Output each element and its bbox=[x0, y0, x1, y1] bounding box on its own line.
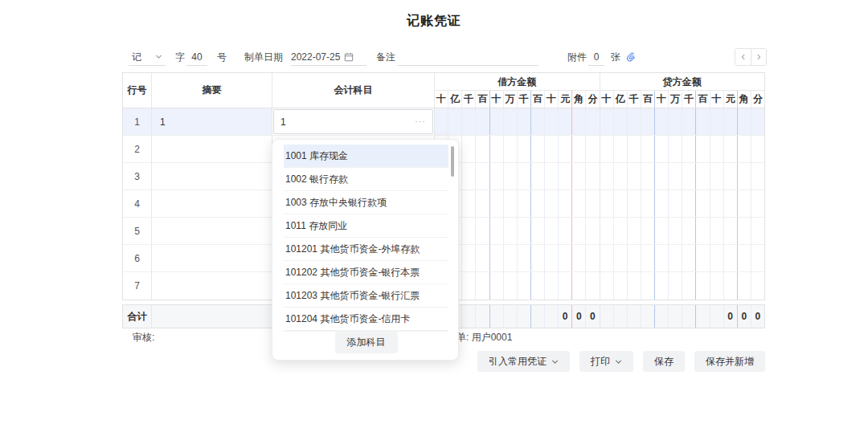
amount-digit-cell bbox=[723, 272, 737, 300]
amount-digit-cell bbox=[723, 245, 737, 271]
amount-digit-cell bbox=[503, 190, 517, 217]
save-button[interactable]: 保存 bbox=[643, 351, 685, 372]
amount-digit-cell bbox=[682, 272, 695, 300]
summary-cell[interactable] bbox=[152, 163, 272, 190]
debit-amount-cells[interactable] bbox=[435, 108, 600, 135]
summary-cell[interactable] bbox=[152, 190, 272, 217]
voucher-page: 记账凭证 记 字 40 号 制单日期 2022-07-25 备注 附件 0 张 bbox=[0, 0, 868, 424]
debit-amount-cells[interactable] bbox=[435, 272, 600, 300]
account-option[interactable]: 101201 其他货币资金-外埠存款 bbox=[284, 238, 448, 261]
digit-header-cell: 角 bbox=[737, 91, 751, 108]
amount-digit-cell bbox=[737, 108, 751, 135]
credit-amount-cells[interactable] bbox=[600, 218, 765, 244]
summary-cell[interactable] bbox=[152, 136, 272, 162]
review-label: 审核: bbox=[133, 331, 154, 344]
account-input[interactable]: 1··· bbox=[273, 109, 433, 134]
attachment-button[interactable] bbox=[625, 48, 637, 66]
credit-amount-cells[interactable] bbox=[600, 190, 765, 217]
summary-cell[interactable] bbox=[152, 218, 272, 244]
amount-digit-cell bbox=[710, 218, 723, 244]
voucher-pager bbox=[735, 48, 767, 66]
debit-amount-cells[interactable] bbox=[435, 245, 600, 271]
add-account-button[interactable]: 添加科目 bbox=[335, 332, 398, 353]
amount-digit-cell bbox=[710, 245, 723, 271]
amount-digit-cell bbox=[530, 190, 544, 217]
digit-header-cell: 亿 bbox=[613, 91, 627, 108]
account-cell[interactable]: 1··· bbox=[272, 108, 435, 135]
amount-digit-cell bbox=[489, 163, 503, 190]
total-credit-cells: 000 bbox=[600, 305, 765, 328]
amount-digit-cell bbox=[695, 245, 709, 271]
amount-digit-cell bbox=[682, 108, 695, 135]
row-number: 1 bbox=[123, 108, 152, 135]
amount-digit-cell bbox=[710, 136, 723, 162]
digit-header-cell: 分 bbox=[585, 91, 599, 108]
account-option[interactable]: 101204 其他货币资金-信用卡 bbox=[284, 308, 448, 331]
import-common-voucher-button[interactable]: 引入常用凭证 bbox=[477, 351, 570, 372]
amount-digit-cell bbox=[641, 305, 654, 328]
amount-digit-cell: 0 bbox=[558, 305, 571, 328]
print-button[interactable]: 打印 bbox=[579, 351, 633, 372]
amount-digit-cell bbox=[613, 136, 627, 162]
credit-amount-cells[interactable] bbox=[600, 272, 765, 300]
amount-digit-cell bbox=[682, 218, 695, 244]
credit-amount-cells[interactable] bbox=[600, 108, 765, 135]
amount-digit-cell bbox=[544, 305, 558, 328]
next-voucher-button[interactable] bbox=[751, 49, 766, 65]
amount-digit-cell bbox=[530, 163, 544, 190]
amount-digit-cell: 0 bbox=[737, 305, 751, 328]
debit-amount-cells[interactable] bbox=[435, 190, 600, 217]
voucher-number-field[interactable]: 40 bbox=[186, 48, 207, 66]
debit-amount-cells[interactable] bbox=[435, 136, 600, 162]
voucher-word-select[interactable]: 记 bbox=[129, 48, 166, 66]
prev-voucher-button[interactable] bbox=[735, 49, 751, 65]
account-more-button[interactable]: ··· bbox=[415, 117, 426, 126]
credit-amount-cells[interactable] bbox=[600, 245, 765, 271]
account-option[interactable]: 101202 其他货币资金-银行本票 bbox=[284, 261, 448, 284]
amount-digit-cell bbox=[668, 218, 682, 244]
digit-header-cell: 千 bbox=[461, 91, 475, 108]
attachment-count-field[interactable]: 0 bbox=[588, 48, 604, 66]
debit-amount-cells[interactable] bbox=[435, 218, 600, 244]
date-picker[interactable]: 2022-07-25 bbox=[291, 48, 366, 66]
amount-digit-cell bbox=[710, 190, 723, 217]
column-header-summary: 摘要 bbox=[152, 73, 272, 108]
amount-digit-cell bbox=[475, 218, 489, 244]
debit-amount-cells[interactable] bbox=[435, 163, 600, 190]
account-option[interactable]: 1002 银行存款 bbox=[284, 168, 448, 191]
account-option[interactable]: 101203 其他货币资金-银行汇票 bbox=[284, 284, 448, 308]
summary-cell[interactable]: 1 bbox=[152, 108, 272, 135]
calendar-icon bbox=[344, 52, 354, 62]
amount-digit-cell bbox=[723, 108, 737, 135]
summary-cell[interactable] bbox=[152, 272, 272, 300]
summary-cell[interactable] bbox=[152, 245, 272, 271]
digit-header-cell: 亿 bbox=[448, 91, 461, 108]
amount-digit-cell bbox=[600, 305, 613, 328]
amount-digit-cell bbox=[668, 136, 682, 162]
amount-digit-cell bbox=[517, 163, 530, 190]
attachment-unit-label: 张 bbox=[611, 48, 620, 66]
credit-amount-cells[interactable] bbox=[600, 163, 765, 190]
voucher-table-header: 行号 摘要 会计科目 借方金额 十亿千百十万千百十元角分 贷方金额 十亿千百十万… bbox=[123, 73, 764, 108]
amount-digit-cell bbox=[544, 108, 558, 135]
amount-digit-cell bbox=[627, 245, 641, 271]
amount-digit-cell bbox=[489, 190, 503, 217]
amount-digit-cell bbox=[448, 108, 461, 135]
credit-amount-cells[interactable] bbox=[600, 136, 765, 162]
save-and-new-button[interactable]: 保存并新增 bbox=[694, 351, 765, 372]
amount-digit-cell: 0 bbox=[723, 305, 737, 328]
amount-digit-cell bbox=[654, 108, 668, 135]
amount-digit-cell bbox=[723, 218, 737, 244]
account-option[interactable]: 1001 库存现金 bbox=[284, 145, 448, 168]
voucher-word-value: 记 bbox=[132, 48, 141, 66]
account-option[interactable]: 1011 存放同业 bbox=[284, 214, 448, 238]
digit-header-cell: 十 bbox=[710, 91, 723, 108]
amount-digit-cell bbox=[475, 163, 489, 190]
digit-header-cell: 分 bbox=[751, 91, 764, 108]
amount-digit-cell bbox=[682, 305, 695, 328]
amount-digit-cell bbox=[461, 218, 475, 244]
account-dropdown-list: 1001 库存现金1002 银行存款1003 存放中央银行款项1011 存放同业… bbox=[284, 145, 448, 331]
dropdown-scrollbar[interactable] bbox=[451, 146, 454, 177]
account-option[interactable]: 1003 存放中央银行款项 bbox=[284, 191, 448, 214]
remark-input[interactable] bbox=[397, 48, 538, 66]
